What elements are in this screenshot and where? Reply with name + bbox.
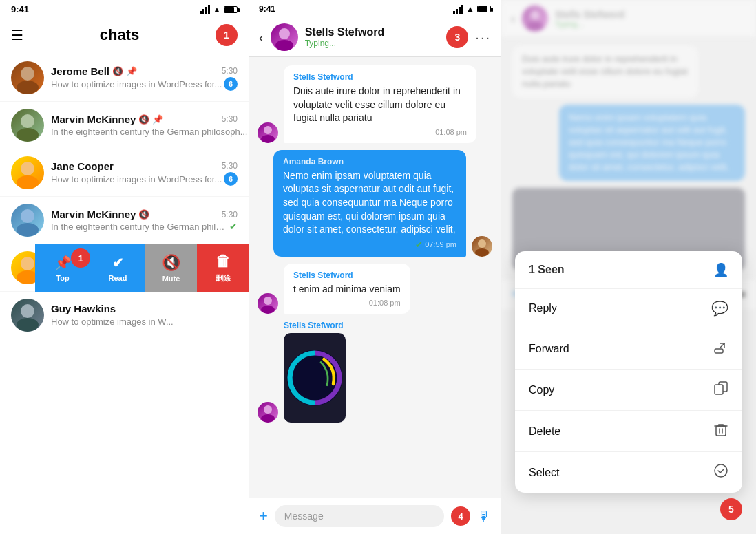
name-row-marvin2: Marvin McKinney 🔇 bbox=[51, 209, 149, 220]
sender-m2: Amanda Brown bbox=[283, 157, 456, 167]
header-name: Stells Stefword bbox=[305, 26, 440, 39]
svg-rect-25 bbox=[715, 349, 723, 353]
message-m1: Stells Stefword Duis aute irure dolor in… bbox=[258, 65, 492, 143]
chat-name-guy: Guy Hawkins bbox=[51, 303, 116, 314]
delete-swipe-icon: 🗑 bbox=[216, 253, 231, 270]
voice-button[interactable]: 🎙 bbox=[477, 509, 491, 524]
more-options-button[interactable]: ··· bbox=[475, 30, 491, 45]
left-header: ☰ chats 1 bbox=[0, 19, 249, 54]
svg-point-7 bbox=[17, 223, 39, 237]
new-chat-badge[interactable]: 1 bbox=[216, 24, 238, 46]
svg-point-5 bbox=[17, 175, 39, 189]
chat-time-jerome: 5:30 bbox=[222, 66, 238, 76]
svg-point-1 bbox=[17, 81, 39, 94]
unread-badge-jerome: 6 bbox=[224, 77, 238, 91]
avatar-jane bbox=[11, 156, 44, 189]
avatar-marvin1 bbox=[11, 109, 44, 142]
mute-swipe-icon: 🔇 bbox=[162, 254, 180, 272]
svg-point-4 bbox=[21, 162, 34, 175]
context-delete[interactable]: Delete bbox=[515, 411, 742, 452]
badge-2: 1 bbox=[71, 248, 90, 268]
top-label: Top bbox=[56, 274, 69, 282]
text-m1: Duis aute irure dolor in reprehenderit i… bbox=[293, 85, 467, 125]
unread-badge-jane: 6 bbox=[224, 172, 238, 186]
image-m4 bbox=[284, 333, 346, 423]
chat-preview-marvin2: In the eighteenth century the German phi… bbox=[51, 222, 229, 232]
svg-point-2 bbox=[21, 114, 34, 128]
name-row-marvin1: Marvin McKinney 🔇 📌 bbox=[51, 114, 163, 125]
menu-icon[interactable]: ☰ bbox=[11, 27, 23, 43]
name-row-jerome: Jerome Bell 🔇 📌 bbox=[51, 65, 137, 77]
svg-point-16 bbox=[478, 239, 486, 248]
battery-icon-mid bbox=[477, 6, 491, 12]
right-header-name: Stells Stefword bbox=[555, 9, 624, 20]
chat-content-guy: Guy Hawkins How to optimize images in W.… bbox=[51, 303, 238, 328]
swipe-delete-button[interactable]: 🗑 删除 bbox=[197, 244, 249, 292]
right-header-info: Stells Stefword Typing... bbox=[555, 9, 624, 28]
header-avatar bbox=[271, 23, 298, 51]
status-bar-left: 9:41 ▲ bbox=[0, 0, 249, 19]
copy-label: Copy bbox=[529, 384, 554, 396]
message-m4: Stells Stefword bbox=[258, 321, 492, 423]
bubble-m4: Stells Stefword bbox=[284, 321, 346, 423]
svg-point-8 bbox=[21, 257, 34, 270]
chat-item-marvin1[interactable]: Marvin McKinney 🔇 📌 5:30 In the eighteen… bbox=[0, 102, 249, 149]
swipe-region: pper 5:30 imize images in WordPress... 9… bbox=[0, 244, 249, 292]
chat-list: Jerome Bell 🔇 📌 5:30 How to optimize ima… bbox=[0, 54, 249, 534]
chat-item-jerome[interactable]: Jerome Bell 🔇 📌 5:30 How to optimize ima… bbox=[0, 54, 249, 102]
svg-point-0 bbox=[21, 67, 34, 81]
time-m3: 01:08 pm bbox=[293, 299, 401, 307]
mute-icon-jerome: 🔇 bbox=[112, 66, 123, 76]
svg-point-19 bbox=[261, 306, 275, 314]
chat-item-marvin2[interactable]: Marvin McKinney 🔇 5:30 In the eighteenth… bbox=[0, 197, 249, 244]
avatar-m2 bbox=[472, 236, 492, 257]
header-status: Typing... bbox=[305, 39, 440, 48]
svg-point-3 bbox=[17, 128, 39, 142]
wifi-icon: ▲ bbox=[213, 5, 221, 14]
chat-input-bar: + Message 4 🎙 bbox=[249, 498, 501, 534]
pin-swipe-icon: 📌 bbox=[54, 255, 72, 271]
header-info: Stells Stefword Typing... bbox=[305, 26, 440, 48]
context-copy[interactable]: Copy bbox=[515, 370, 742, 411]
avatar-m4 bbox=[258, 402, 278, 423]
chat-item-jane[interactable]: Jane Cooper 5:30 How to optimize images … bbox=[0, 149, 249, 197]
svg-point-13 bbox=[275, 40, 293, 51]
right-messages-blur: Duis aute irure dolor in reprehenderit i… bbox=[501, 38, 756, 279]
svg-point-23 bbox=[530, 10, 540, 20]
forward-icon bbox=[713, 339, 728, 358]
read-swipe-icon: ✔ bbox=[112, 255, 124, 271]
sender-m4: Stells Stefword bbox=[284, 321, 346, 330]
delete-label: 删除 bbox=[216, 273, 231, 284]
delete-label: Delete bbox=[529, 425, 560, 438]
wifi-icon-mid: ▲ bbox=[466, 4, 474, 14]
swipe-mute-button[interactable]: 🔇 Mute bbox=[145, 244, 197, 292]
chat-preview-guy: How to optimize images in W... bbox=[51, 317, 174, 327]
chat-name-jerome: Jerome Bell bbox=[51, 65, 109, 77]
chat-preview-jane: How to optimize images in WordPress for.… bbox=[51, 174, 222, 184]
check-icon-marvin2: ✔ bbox=[229, 221, 238, 232]
time-value-m2: 07:59 pm bbox=[425, 240, 456, 248]
add-attachment-button[interactable]: + bbox=[259, 507, 268, 525]
chat-time-marvin2: 5:30 bbox=[222, 210, 238, 220]
status-icons-mid: ▲ bbox=[453, 4, 491, 14]
bubble-m1: Stells Stefword Duis aute irure dolor in… bbox=[284, 65, 476, 143]
svg-point-12 bbox=[279, 28, 290, 39]
context-select[interactable]: Select bbox=[515, 452, 742, 493]
chats-title: chats bbox=[100, 26, 139, 44]
chat-preview-jerome: How to optimize images in WordPress for.… bbox=[51, 79, 222, 89]
battery-icon bbox=[224, 6, 238, 13]
svg-point-20 bbox=[264, 405, 272, 414]
message-m2: Amanda Brown Nemo enim ipsam voluptatem … bbox=[258, 150, 492, 257]
select-label: Select bbox=[529, 467, 559, 479]
message-input[interactable]: Message bbox=[275, 505, 444, 527]
swipe-read-button[interactable]: ✔ Read bbox=[90, 244, 145, 292]
middle-panel: 9:41 ▲ ‹ Stells Stefword Typing... 3 ··· bbox=[249, 0, 501, 534]
back-button[interactable]: ‹ bbox=[259, 30, 264, 45]
svg-rect-27 bbox=[715, 385, 723, 394]
mute-label: Mute bbox=[162, 275, 180, 283]
input-badge-4: 4 bbox=[451, 506, 470, 526]
context-forward[interactable]: Forward bbox=[515, 328, 742, 370]
chat-header: ‹ Stells Stefword Typing... 3 ··· bbox=[249, 18, 501, 57]
context-reply[interactable]: Reply 💬 bbox=[515, 289, 742, 328]
chat-item-guy[interactable]: Guy Hawkins How to optimize images in W.… bbox=[0, 292, 249, 339]
